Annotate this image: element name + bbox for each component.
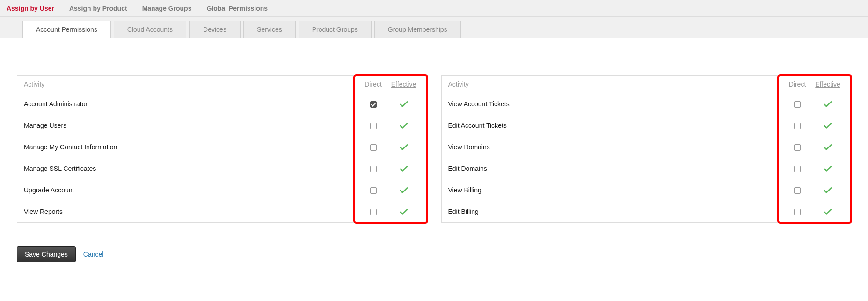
table-row: Manage SSL Certificates [17,158,427,179]
header-effective[interactable]: Effective [811,81,844,88]
activity-label: Manage Users [24,122,359,129]
top-nav-assign-by-user[interactable]: Assign by User [5,1,56,16]
effective-cell [811,164,844,173]
actions-bar: Save Changes Cancel [0,237,868,272]
effective-cell [811,121,844,130]
check-icon [400,100,408,108]
activity-label: Edit Account Tickets [448,122,784,129]
effective-cell [387,164,420,173]
direct-cell [359,208,387,215]
direct-checkbox[interactable] [370,144,377,151]
header-activity: Activity [448,81,784,88]
activity-label: View Domains [448,143,784,151]
top-nav-manage-groups[interactable]: Manage Groups [140,1,194,16]
header-effective[interactable]: Effective [387,81,420,88]
direct-checkbox[interactable] [794,166,801,172]
effective-cell [811,207,844,216]
activity-label: Manage SSL Certificates [24,165,359,172]
direct-checkbox[interactable] [370,187,377,194]
effective-cell [387,100,420,108]
activity-label: View Account Tickets [448,100,784,108]
table-row: View Billing [442,179,851,201]
panel-header: Activity Direct Effective [17,76,427,93]
tab-group-memberships[interactable]: Group Memberships [374,21,461,38]
table-row: Edit Billing [442,201,851,222]
header-activity: Activity [24,81,359,88]
check-icon [400,207,408,216]
cancel-link[interactable]: Cancel [83,250,104,258]
direct-cell [783,143,811,151]
top-nav-global-permissions[interactable]: Global Permissions [204,1,270,16]
content-area: Activity Direct Effective Account Admini… [0,38,868,237]
panel-header: Activity Direct Effective [442,76,851,93]
direct-checkbox[interactable] [370,209,377,215]
direct-cell [783,186,811,194]
effective-cell [387,186,420,194]
direct-cell [359,122,387,129]
direct-checkbox[interactable] [370,166,377,172]
table-row: Edit Domains [442,158,851,179]
direct-checkbox[interactable] [794,101,801,108]
table-row: View Reports [17,201,427,222]
tab-devices[interactable]: Devices [189,21,241,38]
check-icon [824,121,832,130]
table-row: Upgrade Account [17,179,427,201]
direct-checkbox[interactable] [794,187,801,194]
direct-cell [359,143,387,151]
direct-cell [783,100,811,108]
table-row: View Domains [442,136,851,158]
check-icon [824,186,832,194]
check-icon [824,164,832,173]
tab-account-permissions[interactable]: Account Permissions [22,21,111,38]
table-row: Edit Account Tickets [442,115,851,136]
table-row: View Account Tickets [442,93,851,115]
tab-product-groups[interactable]: Product Groups [299,21,372,38]
direct-cell [359,165,387,172]
direct-checkbox[interactable] [794,209,801,215]
check-icon [824,207,832,216]
left-permissions-panel: Activity Direct Effective Account Admini… [17,75,427,223]
check-icon [400,164,408,173]
header-direct: Direct [359,81,387,88]
activity-label: Edit Billing [448,208,784,215]
tab-services[interactable]: Services [243,21,296,38]
direct-cell [783,122,811,129]
top-nav: Assign by User Assign by Product Manage … [0,0,868,17]
direct-checkbox[interactable] [370,101,377,108]
save-button[interactable]: Save Changes [17,246,76,262]
direct-cell [783,165,811,172]
table-row: Account Administrator [17,93,427,115]
effective-cell [387,121,420,130]
direct-checkbox[interactable] [370,123,377,129]
activity-label: Upgrade Account [24,186,359,194]
check-icon [400,121,408,130]
tab-cloud-accounts[interactable]: Cloud Accounts [114,21,186,38]
activity-label: Account Administrator [24,100,359,108]
direct-cell [359,100,387,108]
right-permissions-panel: Activity Direct Effective View Account T… [441,75,852,223]
activity-label: View Billing [448,186,784,194]
sub-tabs: Account Permissions Cloud Accounts Devic… [0,17,868,38]
effective-cell [811,186,844,194]
check-icon [400,143,408,151]
check-icon [824,100,832,108]
header-direct: Direct [783,81,811,88]
top-nav-assign-by-product[interactable]: Assign by Product [67,1,129,16]
direct-checkbox[interactable] [794,123,801,129]
activity-label: Manage My Contact Information [24,143,359,151]
table-row: Manage Users [17,115,427,136]
direct-checkbox[interactable] [794,144,801,151]
activity-label: Edit Domains [448,165,784,172]
direct-cell [783,208,811,215]
effective-cell [387,143,420,151]
direct-cell [359,186,387,194]
effective-cell [811,100,844,108]
effective-cell [387,207,420,216]
activity-label: View Reports [24,208,359,215]
table-row: Manage My Contact Information [17,136,427,158]
check-icon [400,186,408,194]
check-icon [824,143,832,151]
effective-cell [811,143,844,151]
